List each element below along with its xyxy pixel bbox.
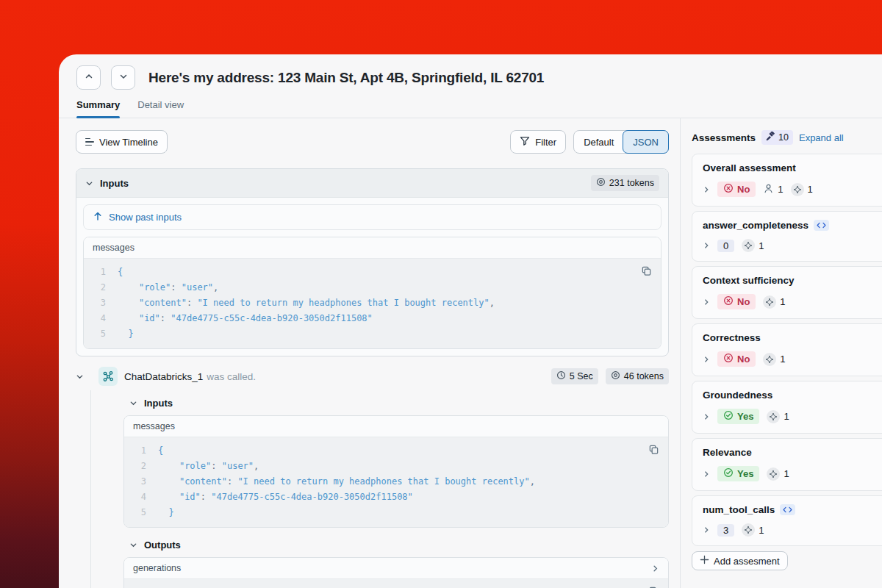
line-number: 2 (129, 459, 146, 474)
view-tabs: Summary Detail view (59, 99, 882, 118)
ai-rating-count: 1 (791, 183, 813, 196)
assessment-card: num_tool_calls31 (692, 495, 882, 546)
yes-badge: Yes (717, 466, 759, 481)
duration-value: 5 Sec (570, 371, 593, 381)
copy-button[interactable] (648, 444, 659, 457)
chevron-right-icon[interactable] (703, 413, 710, 420)
show-past-inputs-link[interactable]: Show past inputs (83, 204, 662, 230)
filter-icon (520, 136, 530, 148)
toolbar-right: Filter Default JSON (510, 130, 669, 154)
sparkle-icon (767, 467, 780, 481)
span-inputs-label: Inputs (144, 398, 173, 409)
code-lines: 1[2 [ (129, 585, 659, 588)
chevron-right-icon[interactable] (703, 186, 710, 193)
assessment-title: answer_completeness (703, 220, 808, 231)
assessments-count: 10 (778, 132, 789, 143)
tab-detail-view[interactable]: Detail view (137, 99, 184, 118)
code-text: } (158, 505, 174, 520)
timeline-icon (85, 138, 94, 146)
assessment-title: Correctness (703, 332, 761, 343)
assessment-title: Groundedness (703, 390, 772, 401)
code-block-body: 1[2 [ (124, 579, 668, 588)
code-block-title: messages (133, 421, 175, 431)
assessment-value-row: No1 (703, 351, 878, 367)
code-block-header[interactable]: generations (124, 558, 668, 579)
view-timeline-button[interactable]: View Timeline (76, 130, 168, 154)
code-text: "content": "I need to return my headphon… (158, 474, 535, 490)
assessment-card: answer_completeness01 (692, 211, 882, 262)
mode-json-button[interactable]: JSON (623, 130, 669, 154)
view-mode-toggle: Default JSON (573, 130, 669, 154)
span-tokens-value: 46 tokens (624, 371, 664, 381)
next-trace-button[interactable] (111, 65, 135, 90)
view-timeline-label: View Timeline (99, 137, 158, 148)
span-inputs-toggle[interactable]: Inputs (129, 398, 669, 409)
code-text: "role": "user", (118, 280, 218, 295)
expand-all-link[interactable]: Expand all (799, 132, 844, 143)
filter-button[interactable]: Filter (510, 130, 566, 154)
assessment-title: Overall assessment (703, 162, 796, 173)
line-number: 4 (88, 311, 106, 326)
code-text: "role": "user", (158, 459, 259, 474)
assessment-title: Relevance (703, 447, 752, 458)
mode-default-button[interactable]: Default (574, 131, 623, 153)
span-name[interactable]: ChatDatabricks_1 (124, 371, 203, 382)
sparkle-icon (763, 353, 776, 366)
line-number: 3 (88, 295, 106, 311)
tokens-icon (611, 370, 620, 382)
gavel-icon (766, 132, 775, 143)
tokens-badge: 231 tokens (591, 175, 659, 191)
chevron-right-icon[interactable] (703, 242, 710, 249)
assessment-cards: Overall assessmentNo11answer_completenes… (692, 154, 882, 546)
assessment-card: Overall assessmentNo11 (692, 154, 882, 207)
chevron-down-icon[interactable] (76, 373, 84, 381)
tab-summary[interactable]: Summary (76, 99, 120, 118)
chevron-right-icon[interactable] (703, 298, 710, 306)
code-text: "id": "47de4775-c55c-4dea-b920-3050d2f11… (118, 311, 373, 326)
span-outputs-toggle[interactable]: Outputs (129, 539, 669, 551)
circle-x-icon (723, 295, 734, 308)
ai-rating-count: 1 (767, 467, 789, 481)
chevron-right-icon[interactable] (703, 356, 710, 363)
generations-code-block: generations 1[2 [ (123, 557, 669, 588)
circle-check-icon (723, 467, 734, 480)
human-rating-count: 1 (763, 183, 783, 196)
chevron-right-icon[interactable] (651, 564, 659, 573)
no-badge: No (717, 351, 756, 367)
assessment-card: RelevanceYes1 (692, 438, 882, 491)
inputs-section-header[interactable]: Inputs 231 tokens (76, 169, 668, 198)
add-assessment-button[interactable]: Add assesment (692, 551, 788, 570)
assessment-card: CorrectnessNo1 (692, 323, 882, 376)
span-header: ChatDatabricks_1 was called. 5 Sec (76, 367, 669, 386)
value-badge: 0 (717, 240, 734, 252)
previous-trace-button[interactable] (76, 65, 101, 90)
line-number: 4 (129, 490, 146, 505)
assessment-title-row: Context sufficiency (703, 275, 878, 286)
span-messages-code-block: messages 1{2 "role": "user",3 "content":… (123, 415, 669, 528)
add-assessment-label: Add assesment (714, 556, 780, 567)
assessments-header: Assessments 10 Expand all (692, 130, 882, 145)
clock-icon (556, 370, 566, 382)
assessment-title-row: answer_completeness (703, 220, 878, 231)
chevron-down-icon (119, 72, 128, 83)
filter-label: Filter (535, 137, 556, 148)
code-line: 4 "id": "47de4775-c55c-4dea-b920-3050d2f… (88, 311, 652, 326)
copy-button[interactable] (641, 265, 652, 279)
trace-header: Here's my address: 123 Main St, Apt 4B, … (59, 54, 882, 90)
chevron-right-icon[interactable] (703, 526, 710, 534)
span-outputs-label: Outputs (144, 539, 181, 551)
chevron-down-icon (129, 541, 137, 549)
chevron-right-icon[interactable] (703, 470, 710, 478)
sparkle-icon (763, 295, 776, 309)
ai-rating-count: 1 (763, 353, 785, 366)
circle-x-icon (723, 353, 734, 365)
code-line: 2 "role": "user", (129, 459, 659, 474)
main-area: View Timeline Filter Default JSON (59, 118, 882, 588)
inputs-section-title: Inputs (100, 178, 129, 189)
code-text: { (118, 265, 123, 280)
ai-rating-count: 1 (742, 239, 764, 252)
line-number: 1 (129, 443, 146, 459)
person-icon (763, 183, 774, 196)
assessment-title-row: Groundedness (703, 390, 878, 401)
span-suffix: was called. (207, 371, 256, 382)
